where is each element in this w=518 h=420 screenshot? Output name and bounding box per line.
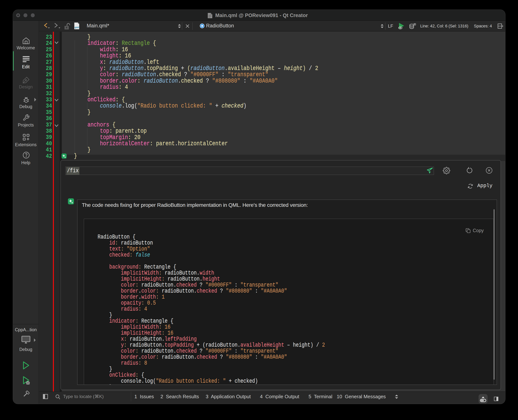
- svg-text:qml: qml: [75, 26, 79, 29]
